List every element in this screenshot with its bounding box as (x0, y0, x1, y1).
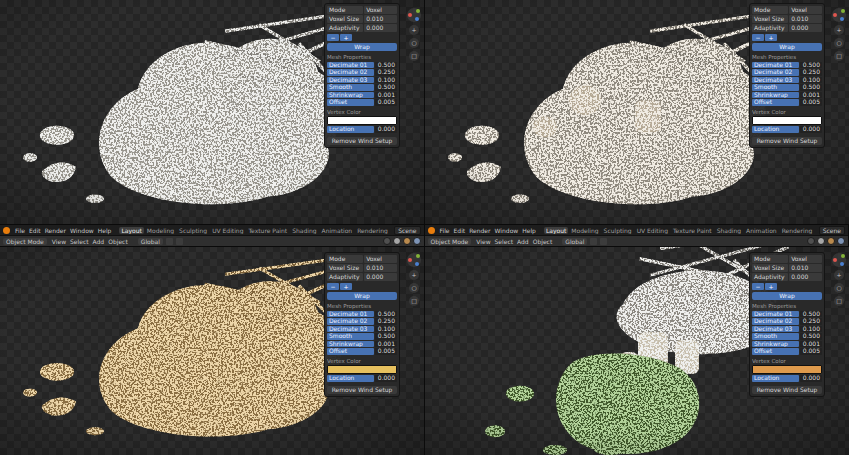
location-value[interactable]: 0.000 (800, 375, 822, 382)
remove-wind-setup-button[interactable]: Remove Wind Setup (752, 386, 822, 394)
increase-button[interactable]: + (340, 34, 352, 41)
panel-field-value[interactable]: 0.010 (789, 264, 822, 272)
remove-wind-setup-button[interactable]: Remove Wind Setup (327, 386, 397, 394)
workspace-tab[interactable]: Animation (744, 227, 779, 234)
menu-item[interactable]: Render (43, 227, 68, 234)
shading-rendered-icon[interactable] (413, 237, 421, 245)
menu-item[interactable]: Help (520, 227, 538, 234)
workspace-tab[interactable]: UV Editing (210, 227, 245, 234)
navigation-gizmo[interactable] (407, 8, 421, 22)
viewport-menu-item[interactable]: Object (106, 238, 130, 245)
panel-field-value[interactable]: Voxel (789, 6, 822, 14)
property-slider[interactable]: Offset (327, 99, 374, 106)
property-slider[interactable]: Offset (327, 348, 374, 355)
shading-rendered-icon[interactable] (837, 237, 845, 245)
workspace-tab[interactable]: Rendering (355, 227, 390, 234)
viewport-menu-item[interactable]: View (474, 238, 492, 245)
property-slider[interactable]: Shrinkwrap (752, 341, 799, 348)
menu-item[interactable]: Edit (452, 227, 468, 234)
shading-material-icon[interactable] (403, 237, 411, 245)
menu-item[interactable]: Window (493, 227, 521, 234)
zoom-icon[interactable]: + (409, 270, 419, 280)
property-slider[interactable]: Smooth (752, 333, 799, 340)
property-slider[interactable]: Shrinkwrap (752, 92, 799, 99)
scene-selector[interactable]: Scene (819, 226, 845, 235)
property-value[interactable]: 0.250 (375, 69, 397, 76)
workspace-tab[interactable]: Sculpting (602, 227, 634, 234)
panel-field-button[interactable]: Adaptivity (752, 24, 788, 32)
color-swatch[interactable] (327, 365, 397, 374)
move-view-icon[interactable]: ○ (409, 38, 419, 48)
viewport-menu-item[interactable]: Add (91, 238, 107, 245)
menu-item[interactable]: Help (96, 227, 114, 234)
proportional-editing-icon[interactable] (600, 238, 607, 245)
workspace-tab[interactable]: Texture Paint (671, 227, 714, 234)
workspace-tab[interactable]: Modeling (569, 227, 600, 234)
remove-wind-setup-button[interactable]: Remove Wind Setup (327, 137, 397, 145)
color-swatch[interactable] (327, 116, 397, 125)
panel-field-value[interactable]: 0.000 (364, 24, 397, 32)
panel-field-value[interactable]: 0.010 (364, 264, 397, 272)
zoom-icon[interactable]: + (834, 25, 844, 35)
panel-field-button[interactable]: Voxel Size (752, 15, 788, 23)
property-slider[interactable]: Decimate 02 (752, 69, 799, 76)
panel-field-button[interactable]: Adaptivity (327, 24, 363, 32)
workspace-tab[interactable]: Sculpting (177, 227, 209, 234)
viewport-top-right[interactable]: Mode Voxel Voxel Size 0.010 Adaptivity 0… (425, 0, 849, 224)
increase-button[interactable]: + (765, 283, 777, 290)
property-slider[interactable]: Decimate 01 (327, 62, 374, 69)
color-swatch[interactable] (752, 365, 822, 374)
menu-item[interactable]: Render (467, 227, 492, 234)
location-value[interactable]: 0.000 (375, 126, 397, 133)
navigation-gizmo[interactable] (832, 253, 846, 267)
increase-button[interactable]: + (340, 283, 352, 290)
property-value[interactable]: 0.005 (800, 348, 822, 355)
blender-logo-icon[interactable] (428, 227, 435, 234)
camera-view-icon[interactable]: □ (834, 51, 844, 61)
shading-solid-icon[interactable] (393, 237, 401, 245)
panel-field-value[interactable]: 0.000 (789, 273, 822, 281)
property-slider[interactable]: Smooth (752, 84, 799, 91)
proportional-editing-icon[interactable] (176, 238, 183, 245)
workspace-tab[interactable]: Rendering (780, 227, 815, 234)
snapping-magnet-icon[interactable] (166, 238, 173, 245)
menu-item[interactable]: File (13, 227, 27, 234)
panel-field-value[interactable]: Voxel (789, 255, 822, 263)
panel-field-value[interactable]: Voxel (364, 6, 397, 14)
decrease-button[interactable]: − (752, 34, 764, 41)
location-value[interactable]: 0.000 (800, 126, 822, 133)
workspace-tab[interactable]: Shading (290, 227, 318, 234)
viewport-menu-item[interactable]: View (50, 238, 68, 245)
snapping-magnet-icon[interactable] (590, 238, 597, 245)
workspace-tab[interactable]: Modeling (145, 227, 176, 234)
panel-field-button[interactable]: Adaptivity (327, 273, 363, 281)
panel-field-button[interactable]: Mode (752, 6, 788, 14)
property-slider[interactable]: Offset (752, 348, 799, 355)
property-slider[interactable]: Decimate 02 (752, 318, 799, 325)
property-value[interactable]: 0.500 (800, 84, 822, 91)
property-value[interactable]: 0.005 (800, 99, 822, 106)
navigation-gizmo[interactable] (832, 8, 846, 22)
panel-field-button[interactable]: Adaptivity (752, 273, 788, 281)
property-slider[interactable]: Decimate 01 (752, 311, 799, 318)
shading-wireframe-icon[interactable] (807, 237, 815, 245)
property-slider[interactable]: Decimate 02 (327, 318, 374, 325)
property-slider[interactable]: Decimate 03 (327, 326, 374, 333)
viewport-top-left[interactable]: Mode Voxel Voxel Size 0.010 Adaptivity 0… (0, 0, 424, 224)
workspace-tab[interactable]: Shading (715, 227, 743, 234)
property-slider[interactable]: Decimate 03 (327, 77, 374, 84)
shading-solid-icon[interactable] (817, 237, 825, 245)
panel-field-value[interactable]: 0.000 (789, 24, 822, 32)
property-slider[interactable]: Smooth (327, 333, 374, 340)
property-slider[interactable]: Decimate 02 (327, 69, 374, 76)
viewport-bottom-left[interactable]: Mode Voxel Voxel Size 0.010 Adaptivity 0… (0, 245, 424, 455)
wrap-button[interactable]: Wrap (327, 43, 397, 51)
workspace-tab[interactable]: Animation (320, 227, 355, 234)
property-value[interactable]: 0.250 (375, 318, 397, 325)
wrap-button[interactable]: Wrap (752, 43, 822, 51)
property-value[interactable]: 0.500 (375, 333, 397, 340)
property-value[interactable]: 0.005 (375, 99, 397, 106)
transform-orientation-dropdown[interactable]: Global (562, 238, 587, 245)
decrease-button[interactable]: − (752, 283, 764, 290)
panel-field-value[interactable]: Voxel (364, 255, 397, 263)
